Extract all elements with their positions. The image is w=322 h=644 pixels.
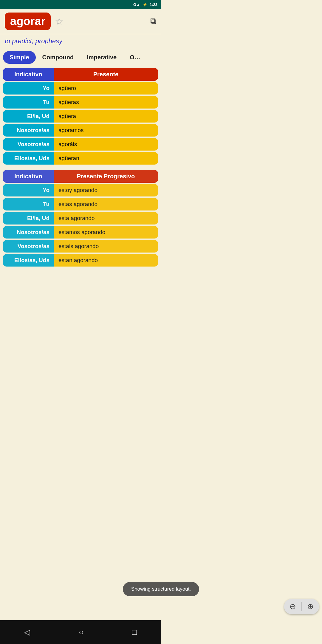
pronoun-vosotros-2[interactable]: Vosotros/as: [3, 240, 54, 253]
pronoun-yo-1[interactable]: Yo: [3, 82, 54, 95]
pronoun-nosotros-1[interactable]: Nosotros/as: [3, 124, 54, 137]
conjugation-tu-2: estas agorando: [54, 198, 158, 210]
table-row: El/la, Ud esta agorando: [3, 212, 158, 225]
tab-simple[interactable]: Simple: [3, 51, 36, 64]
mood-label-1: Indicativo: [3, 68, 54, 81]
table-row: Yo agüero: [3, 82, 158, 95]
pronoun-yo-2[interactable]: Yo: [3, 184, 54, 196]
section-indicativo-presente: Indicativo Presente Yo agüero Tu agüeras…: [3, 68, 158, 165]
conjugation-ella-1: agüera: [54, 110, 158, 123]
conjugation-ella-2: esta agorando: [54, 212, 158, 225]
clock: 1:23: [150, 2, 157, 7]
conjugation-ellos-1: agüeran: [54, 152, 158, 165]
pronoun-ellos-2[interactable]: Ellos/as, Uds: [3, 254, 54, 267]
section-indicativo-presente-progresivo: Indicativo Presente Progresivo Yo estoy …: [3, 170, 158, 267]
table-row: Vosotros/as agoráis: [3, 138, 158, 151]
table-row: Nosotros/as agoramos: [3, 124, 158, 137]
pronoun-ellos-1[interactable]: Ellos/as, Uds: [3, 152, 54, 165]
pronoun-vosotros-1[interactable]: Vosotros/as: [3, 138, 54, 151]
tense-label-2: Presente Progresivo: [54, 170, 158, 183]
tense-label-1: Presente: [54, 68, 158, 81]
conjugation-yo-2: estoy agorando: [54, 184, 158, 196]
conjugation-nosotros-2: estamos agorando: [54, 226, 158, 239]
table-row: Tu estas agorando: [3, 198, 158, 210]
table-row: Vosotros/as estais agorando: [3, 240, 158, 253]
section-header-presente: Indicativo Presente: [3, 68, 158, 81]
conjugation-nosotros-1: agoramos: [54, 124, 158, 137]
tab-other[interactable]: O…: [123, 51, 147, 64]
conjugation-table: Indicativo Presente Yo agüero Tu agüeras…: [0, 67, 161, 275]
pronoun-ella-1[interactable]: El/la, Ud: [3, 110, 54, 123]
app-header: agorar ☆ ⧉: [0, 9, 161, 34]
mood-label-2: Indicativo: [3, 170, 54, 183]
star-icon[interactable]: ☆: [55, 16, 64, 27]
tab-compound[interactable]: Compound: [36, 51, 80, 64]
pronoun-tu-1[interactable]: Tu: [3, 96, 54, 109]
battery-icon: ⚡: [143, 2, 147, 7]
header-left: agorar ☆: [5, 13, 64, 30]
pronoun-tu-2[interactable]: Tu: [3, 198, 54, 210]
switch-layout-icon[interactable]: ⧉: [150, 16, 156, 26]
conjugation-yo-1: agüero: [54, 82, 158, 95]
tab-imperative[interactable]: Imperative: [80, 51, 123, 64]
signal-icon: G▲: [133, 2, 140, 7]
word-subtitle: to predict, prophesy: [0, 34, 161, 49]
conjugation-tu-1: agüeras: [54, 96, 158, 109]
table-row: Yo estoy agorando: [3, 184, 158, 196]
tab-bar: Simple Compound Imperative O…: [0, 49, 161, 67]
conjugation-ellos-2: estan agorando: [54, 254, 158, 267]
status-bar: G▲ ⚡ 1:23: [0, 0, 161, 9]
table-row: Tu agüeras: [3, 96, 158, 109]
table-row: El/la, Ud agüera: [3, 110, 158, 123]
conjugation-vosotros-1: agoráis: [54, 138, 158, 151]
table-row: Ellos/as, Uds agüeran: [3, 152, 158, 165]
table-row: Ellos/as, Uds estan agorando: [3, 254, 158, 267]
table-row: Nosotros/as estamos agorando: [3, 226, 158, 239]
pronoun-nosotros-2[interactable]: Nosotros/as: [3, 226, 54, 239]
section-header-progresivo: Indicativo Presente Progresivo: [3, 170, 158, 183]
conjugation-vosotros-2: estais agorando: [54, 240, 158, 253]
pronoun-ella-2[interactable]: El/la, Ud: [3, 212, 54, 225]
word-badge: agorar: [5, 13, 51, 30]
